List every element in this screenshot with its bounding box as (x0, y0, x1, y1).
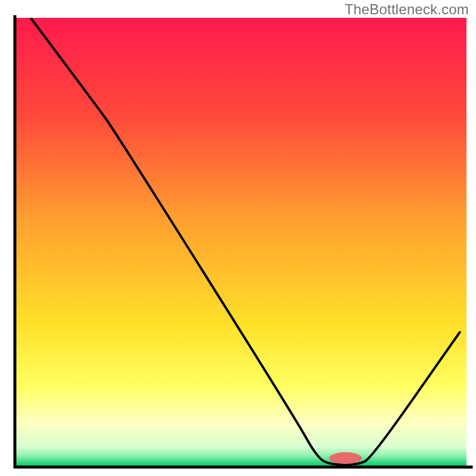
plot-area (15, 17, 471, 467)
watermark-text: TheBottleneck.com (345, 1, 469, 18)
gradient-background (15, 18, 466, 467)
optimal-marker (329, 452, 362, 464)
bottleneck-chart (0, 0, 476, 476)
chart-root: TheBottleneck.com (0, 0, 476, 476)
